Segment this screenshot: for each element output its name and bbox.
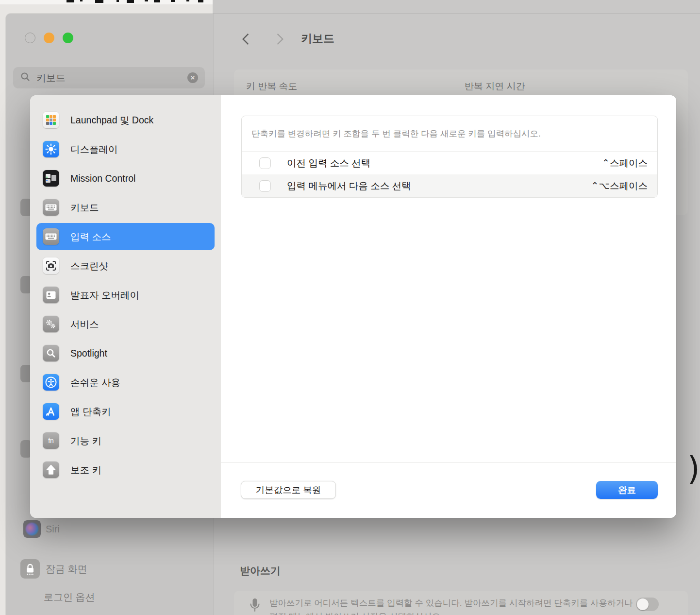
- clipped-desktop-strip: [0, 0, 214, 4]
- clipped-text-fragment: [80, 0, 83, 1]
- sidebar-item-presenter-overlay[interactable]: 발표자 오버레이: [36, 281, 215, 308]
- clipped-text-fragment: [145, 0, 148, 1]
- shortcut-row-next-input-source[interactable]: 입력 메뉴에서 다음 소스 선택 ⌃⌥스페이스: [242, 174, 657, 197]
- input-sources-icon: [43, 228, 59, 245]
- clipped-text-fragment: [154, 0, 160, 2]
- page-title: 키보드: [301, 31, 334, 46]
- screenshot-icon: [43, 257, 59, 274]
- sidebar-item-spotlight[interactable]: Spotlight: [36, 340, 215, 367]
- shortcut-row-previous-input-source[interactable]: 이전 입력 소스 선택 ⌃스페이스: [242, 152, 657, 174]
- sidebar-item-keyboard[interactable]: 키보드: [36, 194, 215, 221]
- toggle-knob: [637, 598, 649, 610]
- close-window-button[interactable]: [25, 33, 35, 43]
- search-input[interactable]: [35, 72, 178, 84]
- sidebar-item-display[interactable]: 디스플레이: [36, 136, 215, 163]
- fn-icon-text: fn: [48, 437, 54, 444]
- sidebar-item-mission-control[interactable]: Mission Control: [36, 165, 215, 192]
- clipped-text-fragment: [117, 0, 119, 2]
- microphone-icon: [249, 598, 261, 615]
- accessibility-icon: [43, 374, 59, 391]
- dictation-panel: 받아쓰기로 어디서든 텍스트를 입력할 수 있습니다. 받아쓰기를 시작하려면 …: [234, 591, 688, 615]
- sidebar-item-label: 기능 키: [70, 434, 101, 447]
- sidebar-item-launchpad-dock[interactable]: Launchpad 및 Dock: [36, 106, 215, 134]
- spotlight-icon: [43, 345, 59, 361]
- siri-icon: [23, 520, 41, 538]
- keyboard-shortcuts-dialog: Launchpad 및 Dock 디스플레이 Mission Control 키…: [30, 95, 676, 518]
- dictation-toggle[interactable]: [636, 598, 659, 611]
- sidebar-item-lock-screen[interactable]: 잠금 화면: [46, 563, 87, 576]
- back-button[interactable]: [242, 33, 253, 45]
- sidebar-item-label: 키보드: [70, 201, 99, 214]
- clipped-text-fragment: [95, 0, 103, 3]
- sidebar-item-label: 디스플레이: [70, 143, 118, 156]
- sidebar-item-label: Launchpad 및 Dock: [70, 114, 153, 127]
- launchpad-icon: [43, 112, 59, 128]
- clipped-text-fragment: [198, 0, 203, 2]
- zoom-window-button[interactable]: [63, 33, 73, 43]
- sidebar-item-label: Spotlight: [70, 348, 107, 359]
- shortcut-checkbox[interactable]: [259, 157, 271, 169]
- clear-search-icon[interactable]: ×: [187, 72, 198, 83]
- mission-control-icon: [43, 170, 59, 187]
- instruction-text: 단축키를 변경하려면 키 조합을 두 번 클릭한 다음 새로운 키를 입력하십시…: [242, 116, 657, 152]
- key-repeat-label: 키 반복 속도: [246, 80, 298, 93]
- clipped-text-fragment: [186, 0, 189, 1]
- done-button[interactable]: 완료: [596, 481, 658, 499]
- sidebar-item-modifier-keys[interactable]: 보조 키: [36, 456, 215, 483]
- sidebar-item-label: 손쉬운 사용: [70, 376, 120, 389]
- services-icon: [43, 316, 59, 332]
- sidebar-item-label: 앱 단축키: [70, 405, 111, 418]
- modifier-keys-icon: [43, 461, 59, 478]
- sidebar-item-label: 발표자 오버레이: [70, 289, 139, 302]
- forward-button[interactable]: [272, 33, 283, 45]
- app-shortcuts-icon: [43, 403, 59, 420]
- fn-icon: fn: [43, 432, 59, 449]
- clipped-text-fragment: [127, 0, 134, 3]
- sidebar-item-label: 서비스: [70, 318, 99, 331]
- dictation-heading: 받아쓰기: [240, 564, 281, 578]
- clipped-text-fragment: [171, 0, 175, 2]
- sidebar-item-function-keys[interactable]: fn 기능 키: [36, 427, 215, 454]
- display-icon: [43, 141, 59, 157]
- keyboard-icon: [43, 199, 59, 216]
- sidebar-item-label: Mission Control: [70, 173, 135, 184]
- sidebar-item-app-shortcuts[interactable]: 앱 단축키: [36, 398, 215, 425]
- clipped-text-fragment: [67, 0, 74, 2]
- footer-divider: [221, 462, 676, 463]
- presenter-overlay-icon: [43, 287, 59, 303]
- minimize-window-button[interactable]: [44, 33, 54, 43]
- background-window-strip: [213, 0, 700, 15]
- shortcut-label: 입력 메뉴에서 다음 소스 선택: [287, 179, 591, 192]
- clipped-paren-text: ): [687, 450, 700, 487]
- lock-icon: [20, 559, 40, 579]
- dictation-desc-line2: 편집 메뉴에서 받아쓰기 시작을 선택하십시오.: [269, 610, 443, 615]
- sidebar-item-label: 스크린샷: [70, 259, 108, 273]
- sidebar-item-siri[interactable]: Siri: [46, 524, 60, 535]
- repeat-delay-label: 반복 지연 시간: [465, 80, 525, 93]
- shortcut-checkbox[interactable]: [259, 180, 271, 192]
- sidebar-item-screenshots[interactable]: 스크린샷: [36, 252, 215, 279]
- shortcut-categories-sidebar: Launchpad 및 Dock 디스플레이 Mission Control 키…: [30, 95, 221, 518]
- shortcut-keys[interactable]: ⌃⌥스페이스: [591, 179, 648, 192]
- dictation-desc-line1: 받아쓰기로 어디서든 텍스트를 입력할 수 있습니다. 받아쓰기를 시작하려면 …: [269, 597, 633, 610]
- sidebar-item-services[interactable]: 서비스: [36, 310, 215, 338]
- sidebar-item-accessibility[interactable]: 손쉬운 사용: [36, 369, 215, 396]
- shortcut-label: 이전 입력 소스 선택: [287, 156, 602, 170]
- sidebar-item-label: 입력 소스: [70, 230, 111, 243]
- sidebar-item-input-sources[interactable]: 입력 소스: [36, 223, 215, 250]
- search-icon: [20, 71, 31, 84]
- restore-defaults-button[interactable]: 기본값으로 복원: [241, 481, 336, 499]
- sidebar-item-login-options[interactable]: 로그인 옵션: [44, 591, 95, 604]
- shortcuts-table: 단축키를 변경하려면 키 조합을 두 번 클릭한 다음 새로운 키를 입력하십시…: [241, 116, 658, 198]
- search-field[interactable]: ×: [13, 67, 205, 88]
- sidebar-item-label: 보조 키: [70, 463, 101, 477]
- shortcut-keys[interactable]: ⌃스페이스: [602, 156, 648, 170]
- shortcuts-content-pane: 단축키를 변경하려면 키 조합을 두 번 클릭한 다음 새로운 키를 입력하십시…: [221, 95, 676, 518]
